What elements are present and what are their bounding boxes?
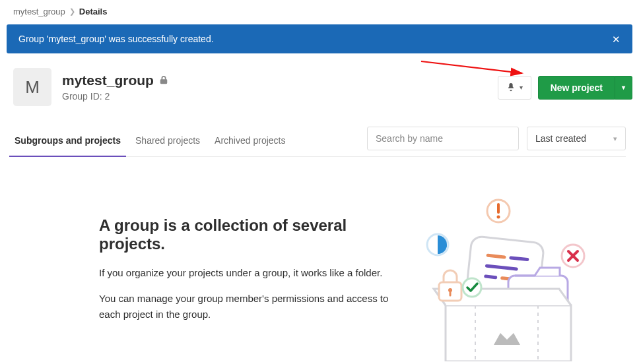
svg-line-0	[421, 61, 522, 73]
empty-state: A group is a collection of several proje…	[99, 190, 632, 361]
new-project-label: New project	[551, 83, 603, 92]
svg-line-3	[511, 258, 527, 260]
breadcrumb-group[interactable]: mytest_group	[13, 7, 65, 16]
filter-controls: Last created ▾	[367, 127, 626, 156]
tab-shared[interactable]: Shared projects	[134, 126, 201, 156]
empty-p2: You can manage your group member's permi…	[99, 291, 389, 322]
chevron-down-icon: ▾	[520, 84, 523, 91]
new-project-button[interactable]: New project	[538, 76, 615, 100]
group-header: M mytest_group Group ID: 2 ▾ New project…	[13, 68, 632, 106]
svg-point-19	[463, 278, 481, 297]
close-icon[interactable]: ✕	[612, 34, 621, 44]
empty-p1: If you organize your projects under a gr…	[99, 265, 389, 280]
tab-bar: Subgroups and projects Shared projects A…	[13, 126, 286, 156]
new-project-dropdown[interactable]: ▾	[615, 76, 632, 100]
chevron-down-icon: ▾	[622, 84, 625, 91]
success-alert: Group 'mytest_group' was successfully cr…	[7, 24, 632, 53]
alert-message: Group 'mytest_group' was successfully cr…	[18, 34, 214, 44]
bell-icon	[506, 82, 516, 93]
breadcrumb: mytest_group ❯ Details	[13, 7, 632, 16]
svg-line-5	[486, 276, 496, 278]
group-avatar: M	[13, 68, 51, 106]
sort-label: Last created	[535, 133, 586, 144]
tab-archived[interactable]: Archived projects	[213, 126, 286, 156]
breadcrumb-current: Details	[79, 7, 108, 16]
tab-subgroups[interactable]: Subgroups and projects	[13, 126, 122, 156]
empty-illustration	[416, 190, 588, 361]
new-project-group: New project ▾	[538, 76, 632, 100]
lock-icon	[159, 75, 168, 86]
chevron-right-icon: ❯	[69, 7, 75, 16]
svg-line-2	[488, 255, 504, 257]
svg-point-15	[497, 216, 500, 219]
chevron-down-icon: ▾	[613, 135, 617, 143]
avatar-letter: M	[25, 77, 40, 98]
sort-dropdown[interactable]: Last created ▾	[527, 127, 626, 150]
empty-title: A group is a collection of several proje…	[99, 216, 389, 253]
search-input[interactable]	[367, 127, 519, 150]
notifications-button[interactable]: ▾	[498, 76, 531, 100]
group-name: mytest_group	[62, 73, 154, 88]
group-id: Group ID: 2	[62, 91, 168, 102]
